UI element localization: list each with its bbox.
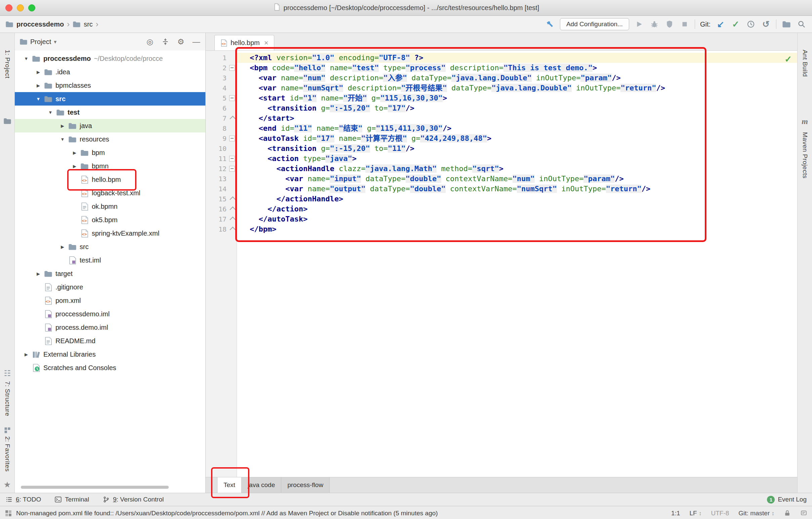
history-clock-icon[interactable] (746, 19, 756, 29)
zoom-window-button[interactable] (28, 4, 35, 11)
tree-item-src[interactable]: ▼src (15, 92, 205, 106)
toolwindow-favorites-button[interactable]: 2: Favorites (4, 436, 11, 471)
chevron-down-icon[interactable]: ▾ (54, 39, 56, 45)
code-line-8[interactable]: <end id="11" name="结束" g="115,411,30,30"… (237, 123, 797, 134)
code-line-5[interactable]: <start id="1" name="开始" g="115,16,30,30"… (237, 93, 797, 103)
fold-collapse-icon[interactable] (229, 156, 235, 162)
breadcrumb-src[interactable]: src (84, 21, 93, 28)
editor[interactable]: 123456789101112131415161718 <?xml versio… (206, 51, 797, 477)
code-line-10[interactable]: <transition g=":-15,20" to="11"/> (237, 144, 797, 154)
code-line-11[interactable]: <action type="java"> (237, 154, 797, 164)
toolwindow-ant-build-button[interactable]: Ant Build (801, 50, 809, 77)
rollback-icon[interactable]: ↺ (761, 19, 771, 29)
line-ending-selector[interactable]: LF ↕ (690, 510, 702, 517)
fold-end-icon[interactable] (231, 116, 235, 121)
tree-item-bpmclasses[interactable]: ▶bpmclasses (15, 79, 205, 92)
fold-end-icon[interactable] (231, 206, 235, 212)
tree-item-ok5-bpm[interactable]: <>ok5.bpm (15, 213, 205, 227)
chevron-expanded-icon[interactable]: ▼ (34, 96, 43, 102)
build-hammer-icon[interactable] (545, 19, 555, 29)
tree-item-proccessdemo-iml[interactable]: proccessdemo.iml (15, 307, 205, 321)
tree-item-process-demo-iml[interactable]: process.demo.iml (15, 321, 205, 334)
project-view-dropdown[interactable]: Project (30, 38, 51, 46)
close-tab-icon[interactable]: × (264, 39, 268, 47)
chevron-collapsed-icon[interactable]: ▶ (22, 352, 31, 357)
add-configuration-button[interactable]: Add Configuration... (560, 18, 629, 30)
editor-tab-hello-bpm[interactable]: <> hello.bpm × (214, 35, 274, 51)
stop-button[interactable] (679, 19, 690, 29)
settings-gear-icon[interactable]: ⚙ (176, 37, 185, 46)
status-message[interactable]: Non-managed pom.xml file found:: /Users/… (16, 510, 438, 517)
lock-icon[interactable] (784, 510, 791, 517)
run-button[interactable] (634, 19, 644, 29)
version-control-toolwindow-button[interactable]: 9: Version Control (103, 496, 164, 503)
debug-button[interactable] (649, 19, 660, 29)
code-line-16[interactable]: </action> (237, 204, 797, 214)
tree-item--gitignore[interactable]: .gitignore (15, 280, 205, 294)
chevron-expanded-icon[interactable]: ▼ (58, 137, 67, 142)
search-everywhere-icon[interactable] (796, 19, 807, 29)
code-line-15[interactable]: </actionHandle> (237, 194, 797, 204)
tree-item-test[interactable]: ▼test (15, 106, 205, 119)
structure-toolwindow-icon[interactable] (3, 369, 11, 377)
fold-collapse-icon[interactable] (229, 166, 235, 172)
code-line-17[interactable]: </autoTask> (237, 214, 797, 224)
code-line-4[interactable]: <var name="numSqrt" description="开根号结果" … (237, 83, 797, 93)
fold-end-icon[interactable] (231, 227, 235, 232)
tree-item-hello-bpm[interactable]: <>hello.bpm (15, 173, 205, 186)
file-encoding[interactable]: UTF-8 (711, 510, 729, 517)
view-tab-java-code[interactable]: java code (242, 477, 281, 493)
tree-item-resources[interactable]: ▼resources (15, 133, 205, 146)
toolwindow-switcher-icon[interactable] (5, 510, 12, 517)
toolwindow-structure-button[interactable]: 7: Structure (4, 381, 11, 416)
code-line-14[interactable]: <var name="output" dataType="double" con… (237, 184, 797, 194)
event-log-button[interactable]: 1 Event Log (767, 496, 807, 503)
view-tab-text[interactable]: Text (217, 477, 242, 493)
code-line-7[interactable]: </start> (237, 113, 797, 123)
fold-collapse-icon[interactable] (229, 65, 235, 71)
chevron-collapsed-icon[interactable]: ▶ (34, 271, 43, 276)
tree-item--idea[interactable]: ▶.idea (15, 65, 205, 79)
collapse-all-icon[interactable] (161, 37, 170, 46)
caret-position[interactable]: 1:1 (671, 510, 680, 517)
chevron-collapsed-icon[interactable]: ▶ (70, 150, 79, 155)
tree-item-readme-md[interactable]: README.md (15, 334, 205, 348)
toolwindow-project-button[interactable]: 1: Project (4, 50, 11, 78)
tree-item-scratches-and-consoles[interactable]: Scratches and Consoles (15, 361, 205, 374)
tree-item-ok-bpmn[interactable]: ok.bpmn (15, 200, 205, 213)
tree-item-java[interactable]: ▶java (15, 119, 205, 133)
notification-icon[interactable] (800, 510, 807, 517)
hide-panel-icon[interactable]: — (192, 37, 201, 46)
close-window-button[interactable] (5, 4, 12, 11)
show-folder-icon[interactable] (781, 19, 791, 29)
tree-item-logback-test-xml[interactable]: <>logback-test.xml (15, 186, 205, 200)
project-toolwindow-icon[interactable] (3, 117, 11, 125)
todo-toolwindow-button[interactable]: 6: TODO (5, 496, 41, 503)
tree-item-target[interactable]: ▶target (15, 267, 205, 280)
code-line-6[interactable]: <transition g=":-15,20" to="17"/> (237, 103, 797, 113)
terminal-toolwindow-button[interactable]: Terminal (54, 496, 89, 503)
fold-collapse-icon[interactable] (229, 136, 235, 142)
code-line-9[interactable]: <autoTask id="17" name="计算平方根" g="424,24… (237, 134, 797, 144)
tree-item-bpmn[interactable]: ▶bpmn (15, 159, 205, 173)
view-tab-process-flow[interactable]: process-flow (281, 477, 330, 493)
star-icon[interactable]: ★ (4, 480, 11, 489)
tree-item-external-libraries[interactable]: ▶External Libraries (15, 348, 205, 361)
git-branch-selector[interactable]: Git: master ↕ (738, 510, 774, 517)
chevron-expanded-icon[interactable]: ▼ (22, 56, 31, 61)
chevron-expanded-icon[interactable]: ▼ (46, 110, 55, 115)
code-line-13[interactable]: <var name="input" dataType="double" cont… (237, 174, 797, 184)
chevron-collapsed-icon[interactable]: ▶ (58, 244, 67, 250)
locate-file-icon[interactable]: ◎ (146, 37, 154, 46)
git-commit-icon[interactable]: ✓ (731, 19, 741, 29)
tree-item-pom-xml[interactable]: <>pom.xml (15, 294, 205, 307)
tree-item-test-iml[interactable]: test.iml (15, 254, 205, 267)
code-line-12[interactable]: <actionHandle clazz="java.lang.Math" met… (237, 164, 797, 174)
code-line-2[interactable]: <bpm code="hello" name="test" type="proc… (237, 63, 797, 73)
code-line-18[interactable]: </bpm> (237, 224, 797, 234)
git-update-icon[interactable]: ↙ (716, 19, 726, 29)
tree-item-bpm[interactable]: ▶bpm (15, 146, 205, 159)
chevron-collapsed-icon[interactable]: ▶ (34, 69, 43, 75)
tree-horizontal-scrollbar[interactable] (21, 486, 169, 489)
code-line-3[interactable]: <var name="num" description="入参" dataTyp… (237, 73, 797, 83)
